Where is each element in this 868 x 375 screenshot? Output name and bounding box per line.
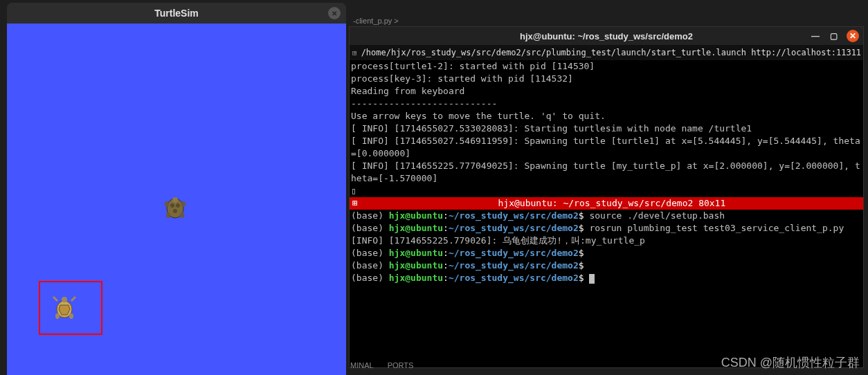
- terminal-line: (base) hjx@ubuntu:~/ros_study_ws/src/dem…: [350, 247, 863, 259]
- turtle-my-turtle-p: [50, 293, 79, 322]
- split-icon: ⊞: [352, 197, 358, 210]
- cursor: [589, 274, 595, 284]
- terminal-output-line: ▯: [350, 185, 863, 197]
- tab-terminal[interactable]: MINAL: [350, 361, 374, 369]
- svg-line-12: [71, 297, 75, 301]
- svg-point-5: [180, 212, 184, 218]
- svg-point-13: [55, 313, 60, 319]
- split-icon[interactable]: ⊞: [352, 48, 357, 57]
- terminal-title: hjx@ubuntu: ~/ros_study_ws/src/demo2: [520, 31, 693, 42]
- terminal-output-line: Use arrow keys to move the turtle. 'q' t…: [350, 110, 863, 122]
- terminal-line: (base) hjx@ubuntu:~/ros_study_ws/src/dem…: [350, 210, 863, 222]
- turtlesim-titlebar[interactable]: TurtleSim ✕: [7, 3, 346, 24]
- turtlesim-title: TurtleSim: [154, 8, 199, 19]
- svg-point-8: [173, 209, 177, 213]
- turtle-1: [161, 194, 190, 223]
- terminal-titlebar[interactable]: hjx@ubuntu: ~/ros_study_ws/src/demo2 — ▢…: [350, 27, 863, 45]
- turtlesim-window: TurtleSim ✕: [7, 3, 346, 375]
- terminal-output-line: [ INFO] [1714655027.533028083]: Starting…: [350, 122, 863, 135]
- bottom-tabs: MINAL PORTS: [350, 361, 413, 369]
- terminal-line: (base) hjx@ubuntu:~/ros_study_ws/src/dem…: [350, 259, 863, 272]
- svg-point-3: [181, 201, 186, 207]
- pane-divider[interactable]: ⊞hjx@ubuntu: ~/ros_study_ws/src/demo2 80…: [350, 197, 863, 210]
- terminal-line: [INFO] [1714655225.779026]: 乌龟创建成功!，叫:my…: [350, 235, 863, 247]
- close-icon[interactable]: ✕: [328, 7, 341, 19]
- divider-text: hjx@ubuntu: ~/ros_study_ws/src/demo2 80x…: [363, 197, 860, 210]
- tab-ports[interactable]: PORTS: [388, 361, 414, 369]
- minimize-icon[interactable]: —: [811, 31, 820, 41]
- maximize-icon[interactable]: ▢: [829, 31, 838, 41]
- terminal-output-line: process[turtle1-2]: started with pid [11…: [350, 60, 863, 73]
- terminal-output-line: [ INFO] [1714655225.777049025]: Spawning…: [350, 160, 863, 185]
- terminal-output-line: Reading from keyboard: [350, 85, 863, 98]
- terminal-line: (base) hjx@ubuntu:~/ros_study_ws/src/dem…: [350, 272, 863, 284]
- editor-bg-strip: [349, 0, 864, 26]
- terminal-output-line: [ INFO] [1714655027.546911959]: Spawning…: [350, 135, 863, 160]
- svg-point-6: [170, 203, 174, 208]
- terminal-tab-path: /home/hjx/ros_study_ws/src/demo2/src/plu…: [361, 48, 861, 57]
- terminal-output-line: ---------------------------: [350, 98, 863, 110]
- bg-tab-2: -client_p.py >: [353, 17, 399, 25]
- svg-line-11: [53, 297, 57, 301]
- svg-point-2: [165, 201, 169, 207]
- terminal-line: (base) hjx@ubuntu:~/ros_study_ws/src/dem…: [350, 222, 863, 235]
- svg-point-14: [69, 313, 73, 319]
- turtlesim-canvas[interactable]: [7, 24, 346, 375]
- watermark: CSDN @随机惯性粒子群: [721, 354, 860, 371]
- close-glyph: ✕: [332, 10, 337, 17]
- terminal-output-line: process[key-3]: started with pid [114532…: [350, 73, 863, 85]
- terminal-content[interactable]: process[turtle1-2]: started with pid [11…: [350, 60, 863, 367]
- terminal-window: hjx@ubuntu: ~/ros_study_ws/src/demo2 — ▢…: [349, 26, 864, 368]
- svg-point-1: [172, 197, 178, 203]
- window-controls: — ▢ ✕: [811, 30, 859, 42]
- svg-point-4: [166, 212, 170, 218]
- terminal-tabbar[interactable]: ⊞ /home/hjx/ros_study_ws/src/demo2/src/p…: [350, 45, 863, 60]
- svg-point-10: [62, 297, 67, 302]
- close-icon[interactable]: ✕: [847, 30, 859, 42]
- svg-point-7: [176, 203, 180, 208]
